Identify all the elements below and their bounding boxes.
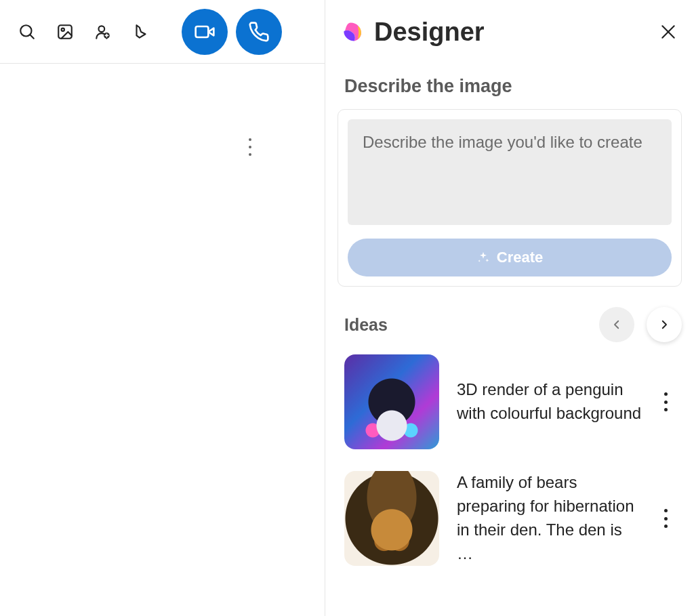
designer-logo-icon [342,20,365,43]
designer-header: Designer [338,0,682,64]
idea-text: 3D render of a penguin with colourful ba… [457,378,642,426]
create-button-label: Create [497,249,543,266]
idea-item[interactable]: A family of bears preparing for hibernat… [338,471,682,566]
add-contact-icon[interactable] [88,17,118,47]
search-icon[interactable] [12,17,42,47]
prompt-input[interactable] [348,119,672,225]
svg-rect-8 [196,26,209,37]
prompt-card: Create [338,109,682,287]
bing-icon[interactable] [126,17,156,47]
gallery-icon[interactable] [50,17,80,47]
idea-thumbnail [344,471,439,566]
close-button[interactable] [659,22,678,41]
svg-point-3 [62,28,64,30]
idea-text: A family of bears preparing for hibernat… [457,471,642,565]
idea-more-icon[interactable] [660,509,671,528]
svg-rect-2 [58,25,72,39]
message-more-icon[interactable] [245,138,255,156]
designer-title: Designer [374,18,485,47]
svg-point-4 [99,26,105,32]
svg-line-1 [30,35,33,38]
video-call-button[interactable] [182,9,228,55]
ideas-prev-button[interactable] [599,307,634,342]
ideas-next-button[interactable] [647,307,682,342]
idea-thumbnail [344,354,439,449]
ideas-heading: Ideas [344,315,388,335]
describe-heading: Describe the image [338,76,682,97]
create-button[interactable]: Create [348,239,672,276]
idea-more-icon[interactable] [660,392,671,411]
idea-item[interactable]: 3D render of a penguin with colourful ba… [338,354,682,449]
audio-call-button[interactable] [236,9,282,55]
chat-toolbar [0,0,325,64]
